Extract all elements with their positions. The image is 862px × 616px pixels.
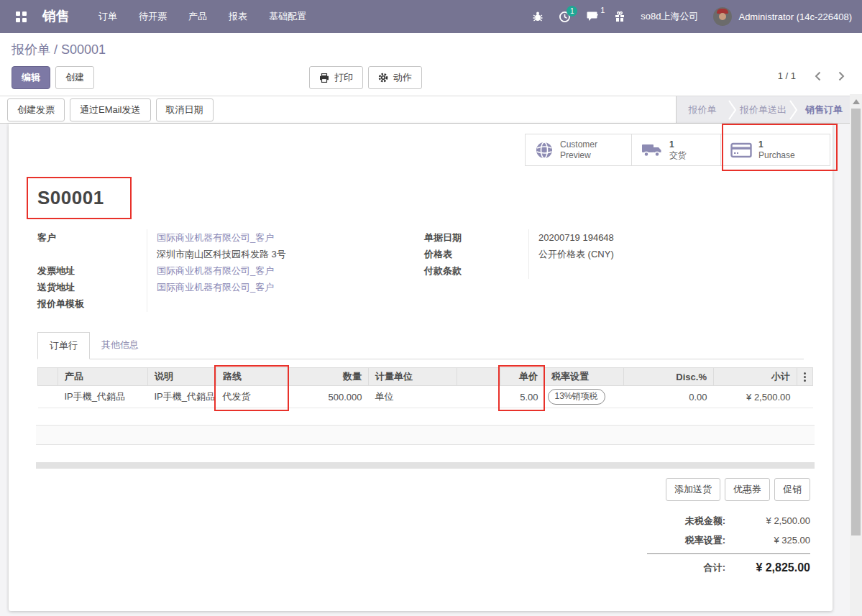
menu-reports[interactable]: 报表 (229, 0, 247, 34)
action-button[interactable]: 动作 (368, 66, 422, 89)
status-quotation-sent[interactable]: 报价单送出 (737, 96, 789, 123)
cell-discount[interactable]: 0.00 (624, 386, 714, 408)
tab-other-info[interactable]: 其他信息 (90, 332, 150, 359)
apps-menu-icon[interactable] (16, 12, 27, 22)
smart-button-box: CustomerPreview 1交货 1Purchase (526, 134, 830, 166)
col-route[interactable]: 路线 (216, 368, 288, 386)
statusbar-chevron-icon (789, 96, 798, 123)
coupon-button[interactable]: 优惠券 (725, 478, 770, 501)
col-product[interactable]: 产品 (58, 368, 148, 386)
control-panel-buttons: 编辑 创建 打印 动作 1 / 1 (12, 66, 850, 96)
top-navbar: 销售 订单 待开票 产品 报表 基础配置 1 1 so8d上海公司 Admini… (0, 0, 862, 33)
pager-next-icon[interactable] (838, 71, 845, 81)
customer-link[interactable]: 国际商业机器有限公司_客户 (157, 232, 274, 243)
col-uom[interactable]: 计量单位 (369, 368, 457, 386)
col-discount[interactable]: Disc.% (624, 368, 714, 386)
cell-unit-price[interactable]: 5.00 (500, 386, 545, 408)
create-invoice-button[interactable]: 创建发票 (7, 98, 65, 121)
field-delivery-address: 送货地址 国际商业机器有限公司_客户 (37, 279, 415, 295)
ellipsis-icon (797, 372, 812, 382)
customer-preview-button[interactable]: CustomerPreview (525, 134, 632, 166)
field-customer: 客户 国际商业机器有限公司_客户 深圳市南山区科技园科发路 3号 (37, 229, 415, 262)
invoice-address-link[interactable]: 国际商业机器有限公司_客户 (157, 265, 274, 276)
company-switcher[interactable]: so8d上海公司 (641, 10, 698, 23)
breadcrumb-quotations[interactable]: 报价单 (12, 42, 50, 57)
vertical-scrollbar[interactable] (850, 94, 862, 616)
col-unit-price[interactable]: 单价 (500, 368, 545, 386)
menu-to-invoice[interactable]: 待开票 (139, 0, 167, 34)
menu-orders[interactable]: 订单 (98, 0, 117, 34)
menu-configuration[interactable]: 基础配置 (269, 0, 306, 34)
order-footer: 添加送货 优惠券 促销 未税金额: ¥ 2,500.00 税率设置: ¥ 325… (647, 478, 810, 577)
col-taxes[interactable]: 税率设置 (545, 368, 624, 386)
delivery-button[interactable]: 1交货 (631, 134, 721, 166)
form-action-bar: 创建发票 通过EMail发送 取消日期 报价单 报价单送出 销售订单 (0, 96, 862, 124)
debug-bug-icon[interactable] (532, 11, 544, 22)
app-name[interactable]: 销售 (42, 7, 70, 26)
user-menu[interactable]: Administrator (14c-226408) (738, 12, 852, 22)
scrollbar-thumb[interactable] (851, 109, 861, 535)
cell-description[interactable]: IP手機_代銷品 (148, 386, 216, 408)
taxes-value: ¥ 325.00 (725, 530, 810, 550)
field-group-left: 客户 国际商业机器有限公司_客户 深圳市南山区科技园科发路 3号 发票地址 国际… (37, 229, 415, 312)
pager-value[interactable]: 1 / 1 (778, 70, 796, 81)
field-group-right: 单据日期 20200719 194648 价格表 公开价格表 (CNY) 付款条… (424, 229, 802, 279)
row-handle (38, 386, 58, 408)
scroll-up-arrow-icon[interactable] (853, 99, 860, 104)
send-by-email-button[interactable]: 通过EMail发送 (70, 98, 151, 121)
promotion-button[interactable]: 促销 (774, 478, 810, 501)
cell-quantity[interactable]: 500.000 (288, 386, 369, 408)
cell-uom[interactable]: 单位 (369, 386, 457, 408)
cancel-date-button[interactable]: 取消日期 (156, 98, 214, 121)
total-row: 合计: ¥ 2,825.00 (647, 558, 810, 577)
pager: 1 / 1 (778, 70, 845, 81)
breadcrumb-separator: / (54, 42, 58, 57)
delivery-address-link[interactable]: 国际商业机器有限公司_客户 (157, 282, 274, 293)
user-avatar[interactable] (713, 7, 732, 26)
taxes-row: 税率设置: ¥ 325.00 (647, 530, 810, 550)
purchase-button[interactable]: 1Purchase (720, 134, 830, 166)
main-menu: 订单 待开票 产品 报表 基础配置 (98, 0, 306, 34)
cell-route[interactable]: 代发货 (216, 386, 288, 408)
pricelist-value: 公开价格表 (CNY) (538, 249, 614, 259)
cell-product[interactable]: IP手機_代銷品 (58, 386, 148, 408)
tax-pill[interactable]: 13%销项税 (548, 389, 605, 405)
control-panel: 报价单 / S00001 编辑 创建 打印 动作 1 / 1 (0, 33, 862, 96)
form-sheet: CustomerPreview 1交货 1Purchase S00001 客户 … (9, 124, 833, 611)
cell-subtotal: ¥ 2,500.00 (714, 386, 797, 408)
order-reference: S00001 (37, 187, 104, 209)
untaxed-amount-value: ¥ 2,500.00 (725, 511, 810, 530)
order-date-value: 20200719 194648 (538, 232, 614, 243)
field-payment-terms: 付款条款 (424, 262, 802, 279)
field-quotation-template: 报价单模板 (37, 295, 415, 312)
col-subtotal[interactable]: 小计 (714, 368, 797, 386)
optional-columns-toggle[interactable] (797, 368, 813, 386)
untaxed-amount-row: 未税金额: ¥ 2,500.00 (647, 511, 810, 530)
activity-count-badge: 1 (567, 6, 577, 17)
print-button[interactable]: 打印 (309, 66, 363, 89)
status-sales-order[interactable]: 销售订单 (798, 96, 850, 123)
edit-button[interactable]: 编辑 (12, 66, 50, 89)
col-quantity[interactable]: 数量 (288, 368, 369, 386)
col-description[interactable]: 说明 (148, 368, 216, 386)
messages-chat-icon[interactable]: 1 (586, 11, 599, 22)
add-shipping-button[interactable]: 添加送货 (666, 478, 720, 501)
pager-previous-icon[interactable] (815, 71, 821, 81)
table-header-row: 产品 说明 路线 数量 计量单位 单价 税率设置 Disc.% 小计 (38, 368, 813, 386)
horizontal-scrollbar[interactable] (36, 462, 815, 469)
activities-clock-icon[interactable]: 1 (559, 11, 571, 23)
menu-products[interactable]: 产品 (188, 0, 207, 34)
cell-taxes[interactable]: 13%销项税 (545, 386, 624, 408)
empty-list-row (36, 425, 815, 445)
col-handle (38, 368, 58, 386)
tab-order-lines[interactable]: 订单行 (37, 332, 90, 359)
col-spacer (457, 368, 500, 386)
order-line-row[interactable]: IP手機_代銷品 IP手機_代銷品 代发货 500.000 单位 5.00 13… (38, 386, 813, 408)
totals-separator: 合计: ¥ 2,825.00 (647, 553, 810, 577)
create-button[interactable]: 创建 (55, 66, 94, 89)
field-invoice-address: 发票地址 国际商业机器有限公司_客户 (37, 262, 415, 279)
gift-icon[interactable] (614, 11, 625, 22)
message-count: 1 (600, 6, 605, 14)
navbar-right: 1 1 so8d上海公司 Administrator (14c-226408) (532, 7, 852, 26)
status-quotation[interactable]: 报价单 (677, 96, 728, 123)
